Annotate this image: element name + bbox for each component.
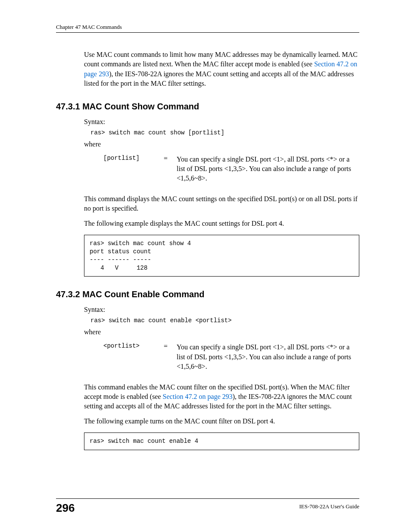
section-heading-1: 47.3.1 MAC Count Show Command xyxy=(56,102,359,112)
syntax-code-2: ras> switch mac count enable <portlist> xyxy=(90,317,359,324)
syntax-code-1: ras> switch mac count show [portlist] xyxy=(90,129,359,136)
body-para-2a: This command enables the MAC count filte… xyxy=(84,383,359,411)
param-name-2: <portlist> xyxy=(103,342,164,349)
code-output-1: ras> switch mac count show 4 port status… xyxy=(84,235,359,277)
param-name-1: [portlist] xyxy=(103,155,164,162)
body-para-2b: The following example turns on the MAC c… xyxy=(84,417,359,426)
intro-text-2: ), the IES-708-22A ignores the MAC count… xyxy=(84,70,354,87)
where-label-1: where xyxy=(84,140,359,148)
param-table-2: <portlist> = You can specify a single DS… xyxy=(103,342,359,371)
chapter-title: Chapter 47 MAC Commands xyxy=(56,24,122,30)
syntax-label-2: Syntax: xyxy=(84,306,359,314)
page-header: Chapter 47 MAC Commands xyxy=(56,24,359,33)
body2a-link[interactable]: Section 47.2 on page 293 xyxy=(163,393,233,400)
param-eq-2: = xyxy=(164,342,177,350)
intro-paragraph: Use MAC count commands to limit how many… xyxy=(84,50,359,89)
footer-guide-text: IES-708-22A User's Guide xyxy=(299,501,359,510)
param-desc-1: You can specify a single DSL port <1>, a… xyxy=(177,155,359,184)
code-output-2: ras> switch mac count enable 4 xyxy=(84,432,359,450)
body-para-1b: The following example displays the MAC c… xyxy=(84,219,359,228)
body-para-1a: This command displays the MAC count sett… xyxy=(84,194,359,214)
page-footer: 296 IES-708-22A User's Guide xyxy=(56,498,359,515)
page-number: 296 xyxy=(56,501,75,515)
section-heading-2: 47.3.2 MAC Count Enable Command xyxy=(56,289,359,299)
syntax-label-1: Syntax: xyxy=(84,118,359,126)
param-eq-1: = xyxy=(164,155,177,162)
where-label-2: where xyxy=(84,328,359,336)
param-desc-2: You can specify a single DSL port <1>, a… xyxy=(177,342,359,371)
param-table-1: [portlist] = You can specify a single DS… xyxy=(103,155,359,184)
